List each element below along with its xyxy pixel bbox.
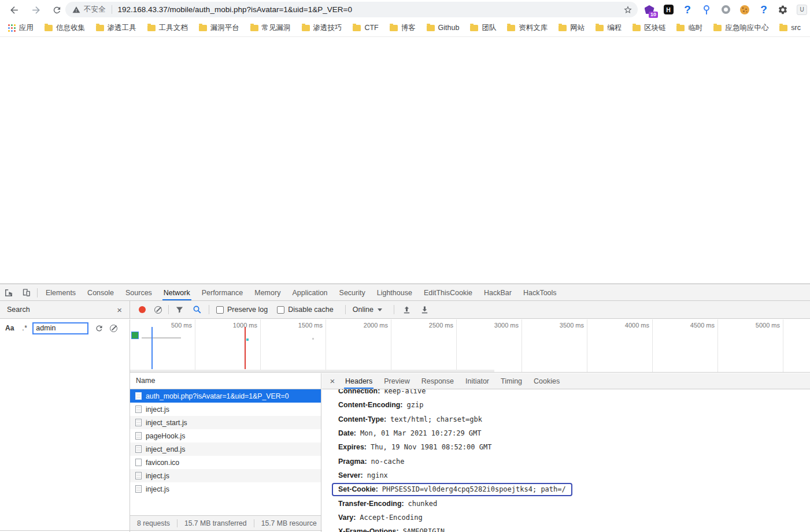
extension-pin-icon[interactable] <box>700 3 713 16</box>
tab-memory[interactable]: Memory <box>249 285 286 300</box>
search-refresh-button[interactable] <box>95 324 103 333</box>
request-row[interactable]: inject.js <box>130 403 321 416</box>
response-header-line: Vary:Accept-Encoding <box>338 511 810 524</box>
request-row[interactable]: auth_mobi.php?isAvatar=1&uid=1&P_VER=0 <box>130 389 321 403</box>
bookmark-item[interactable]: 资料文库 <box>507 23 548 33</box>
extensions-area: 10H??U <box>643 0 808 19</box>
extension-question-icon[interactable]: ? <box>757 3 770 16</box>
bookmark-item[interactable]: Github <box>427 24 460 32</box>
forward-button[interactable] <box>28 2 44 18</box>
detail-tab-response[interactable]: Response <box>416 373 460 389</box>
request-name: inject.js <box>146 405 169 414</box>
timeline-tick-label: 1500 ms <box>298 322 323 329</box>
tab-lighthouse[interactable]: Lighthouse <box>371 285 418 300</box>
bookmark-item[interactable]: 团队 <box>470 23 496 33</box>
throttling-dropdown[interactable]: Online <box>353 306 382 314</box>
bookmark-item[interactable]: 应急响应中心 <box>713 23 768 33</box>
extension-profile-icon[interactable]: U <box>796 3 808 16</box>
tab-performance[interactable]: Performance <box>196 285 249 300</box>
summary-segment: 15.7 MB transferred <box>177 519 254 527</box>
tab-sources[interactable]: Sources <box>120 285 158 300</box>
preserve-log-checkbox[interactable]: Preserve log <box>216 306 268 314</box>
regex-toggle[interactable]: .* <box>22 324 27 332</box>
detail-tab-initiator[interactable]: Initiator <box>460 373 495 389</box>
clear-icon <box>110 325 117 332</box>
bookmark-star-button[interactable] <box>623 5 633 14</box>
detail-close-button[interactable]: × <box>326 376 339 386</box>
bookmark-item[interactable]: 工具文档 <box>147 23 188 33</box>
export-har-button[interactable] <box>420 306 429 314</box>
address-bar[interactable]: 不安全 192.168.43.37/mobile/auth_mobi.php?i… <box>65 2 638 17</box>
network-overview-timeline[interactable]: 5000 ms4500 ms4000 ms3500 ms3000 ms2500 … <box>130 319 810 373</box>
reload-button[interactable] <box>49 2 65 18</box>
bookmark-label: 临时 <box>688 23 702 33</box>
extension-question-icon[interactable]: ? <box>681 3 694 16</box>
bookmark-item[interactable]: 渗透技巧 <box>302 23 342 33</box>
timeline-dot <box>312 338 314 340</box>
match-case-toggle[interactable]: Aa <box>5 324 14 332</box>
request-row[interactable]: pageHook.js <box>130 429 321 442</box>
browser-toolbar: 不安全 192.168.43.37/mobile/auth_mobi.php?i… <box>0 0 810 19</box>
disable-cache-checkbox[interactable]: Disable cache <box>277 306 334 314</box>
tab-hackbar[interactable]: HackBar <box>478 285 517 300</box>
tab-editthiscookie[interactable]: EditThisCookie <box>418 285 478 300</box>
bookmark-item[interactable]: 编程 <box>596 23 622 33</box>
bookmark-item[interactable]: 区块链 <box>633 23 666 33</box>
toolbar-divider <box>168 305 169 314</box>
detail-tab-timing[interactable]: Timing <box>495 373 528 389</box>
inspect-element-button[interactable] <box>0 285 17 300</box>
devtools-panel: ElementsConsoleSourcesNetworkPerformance… <box>0 284 810 532</box>
folder-icon <box>713 25 722 31</box>
search-input[interactable] <box>32 322 88 334</box>
bookmark-item[interactable]: 渗透工具 <box>96 23 136 33</box>
bookmark-item[interactable]: 临时 <box>676 23 702 33</box>
request-row[interactable]: inject.js <box>130 482 321 496</box>
header-name: Pragma: <box>338 457 367 466</box>
bookmark-item[interactable]: 网站 <box>559 23 585 33</box>
request-row[interactable]: inject_end.js <box>130 442 321 456</box>
bookmark-item[interactable]: 漏洞平台 <box>199 23 239 33</box>
tab-application[interactable]: Application <box>286 285 333 300</box>
clear-requests-button[interactable] <box>154 306 162 314</box>
tab-console[interactable]: Console <box>82 285 120 300</box>
detail-tab-headers[interactable]: Headers <box>339 373 378 389</box>
folder-icon <box>199 25 207 31</box>
device-toolbar-button[interactable] <box>17 285 35 300</box>
search-clear-button[interactable] <box>110 325 117 332</box>
folder-icon <box>96 25 104 31</box>
detail-tab-preview[interactable]: Preview <box>378 373 415 389</box>
request-row[interactable]: inject_start.js <box>130 416 321 429</box>
extension-ring-icon[interactable] <box>719 3 732 16</box>
bookmark-label: 漏洞平台 <box>210 23 239 33</box>
back-button[interactable] <box>6 2 22 18</box>
bookmark-item[interactable]: 博客 <box>390 23 416 33</box>
extension-badge: 10 <box>649 12 658 18</box>
folder-icon <box>470 25 478 31</box>
name-column-header[interactable]: Name <box>130 373 321 389</box>
request-row[interactable]: favicon.ico <box>130 456 321 469</box>
extension-cookie-icon[interactable] <box>738 3 751 16</box>
filter-button[interactable] <box>175 306 184 314</box>
network-search-button[interactable] <box>193 305 202 314</box>
page-content <box>0 37 810 284</box>
header-name: Expires: <box>338 443 367 451</box>
bookmark-item[interactable]: CTF <box>353 24 378 32</box>
tab-hacktools[interactable]: HackTools <box>517 285 563 300</box>
record-button[interactable] <box>139 306 146 313</box>
bookmark-item[interactable]: src <box>779 24 801 32</box>
request-row[interactable]: inject.js <box>130 469 321 482</box>
timeline-gridcell: 2000 ms <box>326 319 391 372</box>
detail-tab-cookies[interactable]: Cookies <box>528 373 565 389</box>
security-chip[interactable]: 不安全 <box>72 5 106 14</box>
bookmark-item[interactable]: 信息收集 <box>45 23 85 33</box>
tab-elements[interactable]: Elements <box>40 285 82 300</box>
tab-security[interactable]: Security <box>334 285 371 300</box>
extension-gear-icon[interactable] <box>776 3 789 16</box>
extension-shield-icon[interactable]: 10 <box>643 3 656 16</box>
extension-letter-icon[interactable]: H <box>662 3 675 16</box>
search-close-button[interactable]: × <box>117 305 122 315</box>
bookmark-item[interactable]: 常见漏洞 <box>250 23 291 33</box>
tab-network[interactable]: Network <box>158 285 196 300</box>
import-har-button[interactable] <box>402 306 411 314</box>
bookmark-item[interactable]: 应用 <box>8 23 34 33</box>
